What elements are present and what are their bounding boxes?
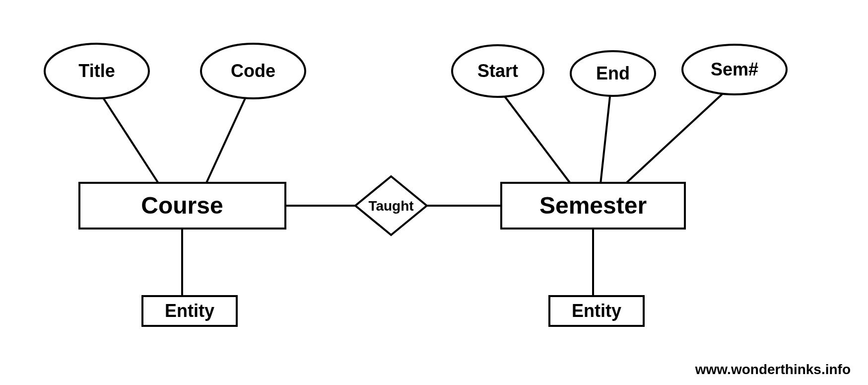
line-title-course xyxy=(99,92,159,184)
line-semnum-semester xyxy=(625,92,725,184)
er-diagram-svg: Title Code Start End Sem# Course Semeste… xyxy=(0,0,868,385)
attribute-title-text: Title xyxy=(78,61,115,81)
attribute-end-text: End xyxy=(596,63,630,83)
line-start-semester xyxy=(501,92,571,184)
watermark-text: www.wonderthinks.info xyxy=(695,362,851,378)
line-end-semester xyxy=(601,92,610,184)
entity-semester-text: Semester xyxy=(539,192,647,219)
attribute-semnum-text: Sem# xyxy=(711,59,758,79)
label-entity2-text: Entity xyxy=(572,301,621,321)
attribute-start-text: Start xyxy=(477,61,518,81)
attribute-code-text: Code xyxy=(231,61,275,81)
relationship-taught-text: Taught xyxy=(368,198,413,214)
entity-course-text: Course xyxy=(141,192,223,219)
label-entity1-text: Entity xyxy=(165,301,214,321)
line-code-course xyxy=(206,92,248,184)
